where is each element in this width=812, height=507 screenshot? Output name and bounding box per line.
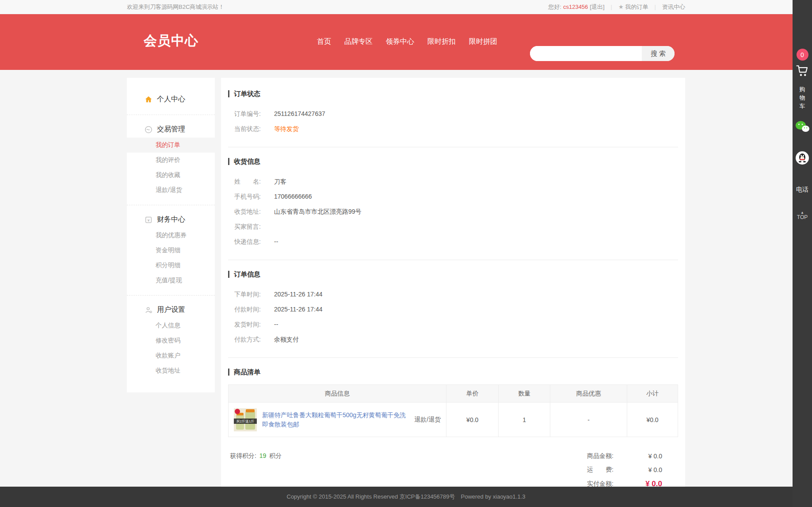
product-image-badge-text: 买2斤送1斤 <box>236 419 255 423</box>
greeting: 您好:cs123456[退出] <box>548 3 604 11</box>
table-row: 买2斤送1斤 新疆特产吐鲁番大颗粒葡萄干500g无籽黄萄葡干免洗即食散装包邮 退… <box>229 403 678 437</box>
info-row-1-3: 买家留言: <box>234 219 678 234</box>
info-value: 2025-11-26 17:44 <box>274 290 323 299</box>
nav-item-2[interactable]: 领券中心 <box>386 37 414 46</box>
section-1: 收货信息姓 名:刀客手机号码:17066666666收货地址:山东省青岛市市北区… <box>228 158 678 260</box>
topbar-my-orders-link[interactable]: ★我的订单 <box>618 3 648 11</box>
cart-label-char: 物 <box>800 93 805 102</box>
info-value: 余额支付 <box>274 335 299 344</box>
info-label: 付款时间: <box>234 305 274 314</box>
sidebar-group-3: 用户设置个人信息修改密码收款账户收货地址 <box>127 295 215 381</box>
divider: | <box>611 4 612 10</box>
goods-col-header-2: 数量 <box>499 385 550 403</box>
info-value: 251126174427637 <box>274 109 325 118</box>
total-value: ¥ 0.0 <box>614 453 662 460</box>
info-row-2-1: 付款时间:2025-11-26 17:44 <box>234 302 678 317</box>
footer: Copyright © 2015-2025 All Rights Reserve… <box>0 487 812 507</box>
sidebar-group-label: 个人中心 <box>157 95 185 104</box>
sidebar-group-title-0[interactable]: 个人中心 <box>127 91 215 108</box>
info-label: 收货地址: <box>234 207 274 216</box>
goods-col-header-1: 单价 <box>446 385 499 403</box>
sidebar-item-2-0[interactable]: 我的优惠券 <box>127 228 215 243</box>
section-title-goods: 商品清单 <box>228 369 678 376</box>
right-float-bar: 0 购物车 电话 ▲ TOP <box>793 0 812 507</box>
cart-label-char: 车 <box>800 102 805 110</box>
order-detail-panel: 订单状态订单编号:251126174427637当前状态:等待发货收货信息姓 名… <box>221 78 685 506</box>
cart-label[interactable]: 购物车 <box>793 85 812 110</box>
total-value: ¥ 0.0 <box>614 466 662 473</box>
nav-item-3[interactable]: 限时折扣 <box>427 37 456 46</box>
sidebar-item-3-3[interactable]: 收货地址 <box>127 363 215 378</box>
welcome-text: 欢迎来到刀客源码网B2C商城演示站！ <box>127 3 224 11</box>
sidebar-group-1: 交易管理我的订单我的评价我的收藏退款/退货 <box>127 115 215 200</box>
info-row-1-0: 姓 名:刀客 <box>234 174 678 189</box>
sidebar-group-2: ¥财务中心我的优惠券资金明细积分明细充值/提现 <box>127 205 215 291</box>
section-rows-2: 下单时间:2025-11-26 17:44付款时间:2025-11-26 17:… <box>228 287 678 347</box>
info-label: 发货时间: <box>234 320 274 329</box>
sidebar-group-title-1[interactable]: 交易管理 <box>127 121 215 138</box>
main-nav: 首页品牌专区领券中心限时折扣限时拼团 <box>317 37 497 46</box>
topbar: 欢迎来到刀客源码网B2C商城演示站！ 您好:cs123456[退出] | ★我的… <box>0 0 812 14</box>
sidebar-item-1-3[interactable]: 退款/退货 <box>127 183 215 198</box>
sidebar-item-3-2[interactable]: 收款账户 <box>127 348 215 363</box>
logout-link[interactable]: [退出] <box>590 4 604 10</box>
search-box: 搜 索 <box>530 46 675 61</box>
info-row-1-1: 手机号码:17066666666 <box>234 189 678 204</box>
info-row-2-0: 下单时间:2025-11-26 17:44 <box>234 287 678 302</box>
sidebar-item-2-3[interactable]: 充值/提现 <box>127 273 215 288</box>
section-0: 订单状态订单编号:251126174427637当前状态:等待发货 <box>228 90 678 147</box>
qq-icon[interactable] <box>793 151 812 165</box>
sidebar-item-3-0[interactable]: 个人信息 <box>127 318 215 333</box>
sidebar-item-1-1[interactable]: 我的评价 <box>127 153 215 168</box>
wechat-icon[interactable] <box>793 120 812 133</box>
cart-label-char: 购 <box>800 85 805 93</box>
goods-col-header-4: 小计 <box>627 385 678 403</box>
refund-link[interactable]: 退款/退货 <box>414 416 441 424</box>
section-divider <box>228 357 678 358</box>
sidebar-item-1-2[interactable]: 我的收藏 <box>127 168 215 183</box>
page-title: 会员中心 <box>144 32 198 50</box>
info-value: -- <box>274 320 278 329</box>
total-label: 运 费: <box>587 466 614 474</box>
search-input[interactable] <box>530 46 642 61</box>
back-to-top-button[interactable]: ▲ TOP <box>793 211 812 220</box>
sidebar-item-2-1[interactable]: 资金明细 <box>127 243 215 258</box>
finance-icon: ¥ <box>145 216 152 224</box>
info-row-0-0: 订单编号:251126174427637 <box>234 106 678 121</box>
cart-count-badge: 0 <box>797 49 808 61</box>
home-icon <box>145 96 152 104</box>
product-image[interactable]: 买2斤送1斤 <box>234 408 257 431</box>
topbar-news-link[interactable]: 资讯中心 <box>662 3 685 11</box>
cart-icon[interactable] <box>793 65 812 77</box>
info-row-0-1: 当前状态:等待发货 <box>234 121 678 136</box>
sidebar-item-3-1[interactable]: 修改密码 <box>127 333 215 348</box>
svg-text:¥: ¥ <box>147 218 150 222</box>
info-row-1-2: 收货地址:山东省青岛市市北区漂亮路99号 <box>234 204 678 219</box>
product-name-link[interactable]: 新疆特产吐鲁番大颗粒葡萄干500g无籽黄萄葡干免洗即食散装包邮 <box>262 411 409 429</box>
nav-item-0[interactable]: 首页 <box>317 37 331 46</box>
unit-price-cell: ¥0.0 <box>446 403 499 437</box>
sidebar-item-2-2[interactable]: 积分明细 <box>127 258 215 273</box>
info-label: 快递信息: <box>234 237 274 246</box>
info-row-1-4: 快递信息:-- <box>234 234 678 249</box>
username: cs123456 <box>563 4 588 10</box>
info-row-2-3: 付款方式:余额支付 <box>234 332 678 347</box>
phone-contact[interactable]: 电话 <box>793 186 812 194</box>
sidebar-group-title-3[interactable]: 用户设置 <box>127 302 215 318</box>
info-label: 下单时间: <box>234 290 274 299</box>
sidebar-group-label: 交易管理 <box>157 125 185 134</box>
totals-block: 商品金额:¥ 0.0运 费:¥ 0.0实付金额:¥ 0.0 <box>587 452 674 488</box>
quantity-cell: 1 <box>499 403 550 437</box>
sidebar-group-title-2[interactable]: ¥财务中心 <box>127 211 215 228</box>
search-button[interactable]: 搜 索 <box>642 46 675 61</box>
section-divider <box>228 260 678 260</box>
nav-item-4[interactable]: 限时拼团 <box>469 37 497 46</box>
subtotal-cell: ¥0.0 <box>627 403 678 437</box>
info-value: 2025-11-26 17:44 <box>274 305 323 314</box>
goods-table: 商品信息单价数量商品优惠小计 <box>228 384 678 437</box>
sidebar-group-label: 用户设置 <box>157 305 185 315</box>
nav-item-1[interactable]: 品牌专区 <box>344 37 373 46</box>
sidebar-group-0: 个人中心 <box>127 88 215 110</box>
sidebar-item-1-0[interactable]: 我的订单 <box>127 138 215 153</box>
site-header: 会员中心 首页品牌专区领券中心限时折扣限时拼团 搜 索 <box>0 14 812 70</box>
